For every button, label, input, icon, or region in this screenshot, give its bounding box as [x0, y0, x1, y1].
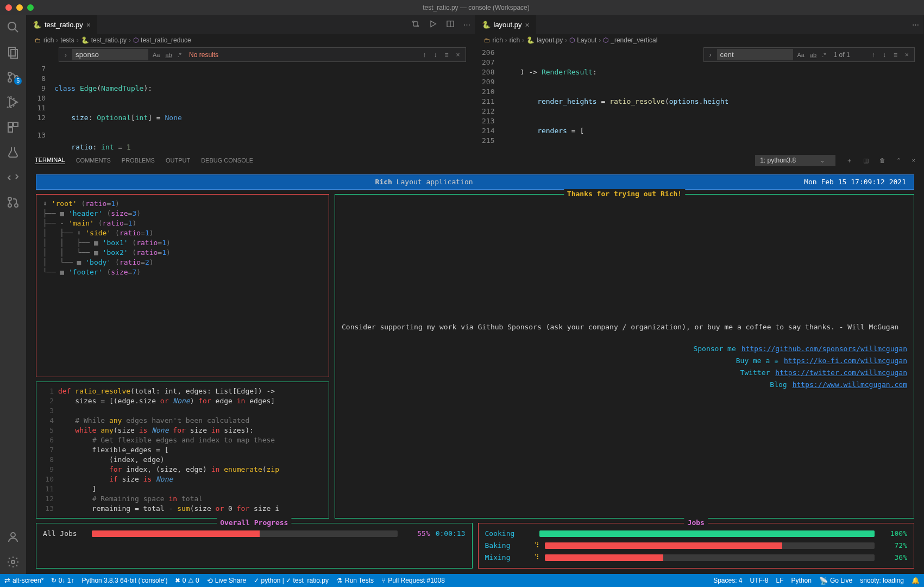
remote-icon[interactable] — [7, 171, 20, 184]
python-file-icon: 🐍 — [33, 21, 41, 29]
debug-icon[interactable] — [7, 96, 20, 109]
statusbar: ⇄alt-screen* ↻ 0↓ 1↑ Python 3.8.3 64-bit… — [0, 574, 924, 587]
minimize-window[interactable] — [16, 4, 23, 11]
git-pr-icon: ⑂ — [381, 577, 386, 585]
close-icon[interactable]: × — [454, 51, 462, 59]
sponsor-link[interactable]: https://github.com/sponsors/willmcgugan — [741, 344, 907, 354]
breadcrumb[interactable]: 🗀rich ›tests ›🐍test_ratio.py ›⬡test_rati… — [26, 34, 475, 46]
svg-point-4 — [8, 72, 11, 76]
more-icon[interactable]: ⋯ — [459, 21, 475, 29]
language-mode[interactable]: Python — [791, 577, 812, 584]
match-case-icon[interactable]: Aa — [152, 52, 161, 58]
sponsor-label: Twitter — [740, 368, 770, 378]
job-pct: 100% — [880, 529, 907, 539]
whole-word-icon[interactable]: ab — [164, 52, 173, 58]
sponsor-link[interactable]: https://www.willmcgugan.com — [793, 380, 907, 390]
tabs-row: 🐍 layout.py × ⋯ — [475, 15, 924, 34]
encoding[interactable]: UTF-8 — [750, 577, 769, 584]
svg-marker-19 — [431, 21, 436, 27]
tab-debug-console[interactable]: DEBUG CONSOLE — [201, 157, 253, 164]
explorer-icon[interactable] — [7, 46, 20, 59]
svg-marker-7 — [10, 98, 17, 107]
eol[interactable]: LF — [776, 577, 784, 584]
progress-label: All Jobs — [43, 529, 86, 539]
tab-output[interactable]: OUTPUT — [166, 157, 190, 164]
sponsor-link[interactable]: https://twitter.com/willmcgugan — [775, 368, 907, 378]
extensions-icon[interactable] — [7, 121, 20, 134]
method-icon: ⬡ — [603, 36, 608, 44]
breadcrumb[interactable]: 🗀rich ›rich ›🐍layout.py ›⬡Layout ›⬡_rend… — [475, 34, 924, 46]
terminal-selector[interactable]: 1: python3.8 ⌄ — [755, 155, 835, 166]
split-icon[interactable] — [442, 20, 459, 30]
editor-body[interactable]: 206207208209210211212213214215 ) -> Rend… — [475, 47, 924, 151]
search-icon[interactable] — [7, 21, 20, 34]
python-file-icon: 🐍 — [482, 21, 491, 29]
gutter: 78910111213 — [26, 64, 54, 151]
tab-problems[interactable]: PROBLEMS — [122, 157, 155, 164]
sponsor-link[interactable]: https://ko-fi.com/willmcgugan — [784, 356, 907, 366]
tab-label: test_ratio.py — [45, 21, 83, 29]
close-icon[interactable]: × — [525, 21, 530, 29]
close-icon[interactable]: × — [86, 21, 91, 29]
close-window[interactable] — [5, 4, 12, 11]
find-widget: › Aa ab .* No results ↑ ↓ ≡ × — [59, 47, 466, 62]
tabs-row: 🐍 test_ratio.py × ⋯ — [26, 15, 475, 34]
test-icon[interactable] — [7, 146, 20, 159]
settings-gear-icon[interactable] — [7, 555, 20, 569]
activity-bar: 5 — [0, 15, 26, 574]
tab-terminal[interactable]: TERMINAL — [35, 157, 65, 164]
live-share[interactable]: ⟲Live Share — [207, 577, 246, 585]
run-tests[interactable]: ⚗Run Tests — [336, 577, 374, 585]
go-live[interactable]: 📡Go Live — [819, 577, 852, 585]
editor-body[interactable]: 78910111213 class Edge(NamedTuple): size… — [26, 63, 475, 151]
split-terminal-icon[interactable]: ◫ — [863, 157, 869, 164]
pull-request[interactable]: ⑂Pull Request #1008 — [381, 577, 445, 585]
github-pr-icon[interactable] — [7, 196, 20, 209]
next-match-icon[interactable]: ↓ — [431, 51, 439, 59]
bottom-panel: TERMINAL COMMENTS PROBLEMS OUTPUT DEBUG … — [26, 151, 924, 574]
account-icon[interactable] — [7, 530, 20, 544]
problems-count[interactable]: ✖ 0 ⚠ 0 — [175, 577, 199, 584]
git-sync[interactable]: ↻ 0↓ 1↑ — [51, 577, 74, 584]
terminal-output[interactable]: Rich Layout application Mon Feb 15 17:09… — [26, 169, 924, 574]
remote-indicator[interactable]: ⇄alt-screen* — [4, 577, 43, 585]
trash-icon[interactable]: 🗑 — [879, 157, 885, 164]
compare-changes-icon[interactable] — [407, 20, 424, 30]
progress-eta: 0:00:13 — [436, 529, 466, 539]
prev-match-icon[interactable]: ↑ — [420, 51, 428, 59]
svg-rect-9 — [8, 122, 12, 127]
beaker-icon: ⚗ — [336, 577, 343, 585]
find-input[interactable] — [72, 49, 148, 60]
tab-layout[interactable]: 🐍 layout.py × — [475, 15, 536, 34]
function-icon: ⬡ — [133, 36, 139, 44]
find-in-selection-icon[interactable]: ≡ — [442, 51, 450, 59]
job-label: Cooking — [485, 529, 529, 539]
svg-point-17 — [412, 21, 414, 23]
more-icon[interactable]: ⋯ — [908, 21, 923, 29]
jobs-progress: Cooking100%Baking⠹72%Mixing⠹36% — [478, 523, 915, 569]
source-control-icon[interactable]: 5 — [7, 71, 20, 84]
svg-rect-11 — [8, 128, 12, 132]
regex-icon[interactable]: .* — [177, 52, 183, 58]
snooty-status[interactable]: snooty: loading — [860, 577, 904, 584]
maximize-window[interactable] — [27, 4, 34, 11]
gutter: 206207208209210211212213214215 — [475, 48, 504, 151]
maximize-icon[interactable]: ⌃ — [896, 157, 901, 164]
test-status[interactable]: ✓ python | ✓ test_ratio.py — [254, 577, 329, 584]
python-file-icon: 🐍 — [81, 36, 89, 44]
sponsor-label: Blog — [770, 380, 787, 390]
notifications-icon[interactable]: 🔔 — [912, 577, 920, 584]
job-pct: 72% — [880, 541, 907, 551]
run-icon[interactable] — [424, 20, 442, 30]
tab-test-ratio[interactable]: 🐍 test_ratio.py × — [26, 15, 97, 34]
progress-bar — [539, 530, 875, 537]
expand-icon[interactable]: › — [62, 51, 69, 59]
traffic-lights — [5, 4, 34, 11]
close-panel-icon[interactable]: × — [912, 157, 915, 164]
new-terminal-icon[interactable]: ＋ — [846, 157, 852, 165]
svg-point-18 — [417, 26, 418, 27]
tab-comments[interactable]: COMMENTS — [76, 157, 111, 164]
python-interpreter[interactable]: Python 3.8.3 64-bit ('console') — [81, 577, 167, 584]
find-status: No results — [186, 51, 417, 59]
indentation[interactable]: Spaces: 4 — [713, 577, 742, 584]
